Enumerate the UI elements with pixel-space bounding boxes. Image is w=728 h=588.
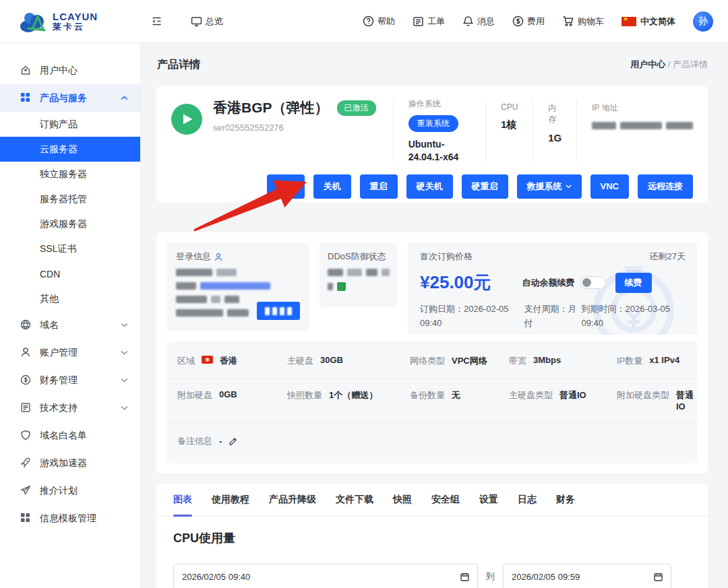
- sidebar-item-dedicated-server[interactable]: 独立服务器: [0, 162, 140, 187]
- rescue-system-button[interactable]: 救援系统: [517, 174, 582, 199]
- tab-settings[interactable]: 设置: [479, 484, 498, 516]
- sidebar-item-game-booster[interactable]: 游戏加速器: [0, 449, 140, 477]
- product-summary-card: 香港BGP（弹性） 已激活 ser025552552276 操作系统 重装系统 …: [156, 86, 708, 202]
- spec-ip-count: IP数量x1 IPv4: [617, 355, 698, 367]
- sidebar-item-account[interactable]: 账户管理: [0, 339, 140, 366]
- spec-region: 区域 ✽ 香港: [177, 355, 287, 367]
- power-status-play-icon[interactable]: [171, 104, 202, 135]
- expire-date: 到期时间：2026-03-05 09:40: [582, 302, 686, 331]
- tab-finance[interactable]: 财务: [556, 484, 575, 516]
- spec-bandwidth: 带宽3Mbps: [509, 355, 617, 367]
- sidebar-item-support[interactable]: 技术支持: [0, 394, 140, 422]
- sidebar-item-game-server[interactable]: 游戏服务器: [0, 211, 140, 236]
- sidebar-item-order-product[interactable]: 订购产品: [0, 112, 140, 137]
- cart-nav[interactable]: 购物车: [562, 15, 604, 28]
- specs-panel: 区域 ✽ 香港 主硬盘30GB 网络类型VPC网络 带宽3Mbps IP数量x1…: [166, 341, 698, 463]
- tab-tutorials[interactable]: 使用教程: [212, 484, 249, 516]
- dollar-circle-icon: [512, 15, 524, 27]
- cpu-label: CPU: [501, 102, 518, 112]
- spec-extra-disk-type: 附加硬盘类型普通IO: [617, 389, 698, 412]
- product-name: 香港BGP（弹性）: [213, 98, 329, 117]
- chevron-down-icon: [566, 185, 572, 189]
- power-on-button[interactable]: 开机: [267, 174, 305, 199]
- help-nav[interactable]: 帮助: [363, 15, 395, 28]
- hard-reboot-button[interactable]: 硬重启: [462, 174, 508, 199]
- os-name: Ubuntu-24.04.1-x64: [408, 138, 470, 164]
- sidebar-collapse-icon[interactable]: [151, 15, 162, 27]
- details-card: 登录信息 DDoS防御状态: [156, 232, 708, 473]
- overview-nav[interactable]: 总览: [191, 15, 223, 28]
- chevron-down-icon: [121, 350, 128, 355]
- notes-value: -: [219, 436, 222, 447]
- sidebar-item-cdn[interactable]: CDN: [0, 261, 140, 286]
- logo-cloud-icon: [19, 10, 49, 33]
- sidebar-item-domains[interactable]: 域名: [0, 311, 140, 339]
- sidebar-item-server-hosting[interactable]: 服务器托管: [0, 187, 140, 211]
- tab-snapshots[interactable]: 快照: [393, 484, 412, 516]
- tab-charts[interactable]: 图表: [173, 484, 192, 516]
- sidebar-item-cloud-server[interactable]: 云服务器: [0, 137, 140, 162]
- sidebar-item-ssl-cert[interactable]: SSL证书: [0, 236, 140, 261]
- pay-cycle: 支付周期：月付: [524, 302, 582, 331]
- ddos-line-redacted: [328, 269, 390, 276]
- chevron-down-icon: [121, 378, 128, 383]
- os-label: 操作系统: [408, 98, 470, 110]
- breadcrumb-root[interactable]: 用户中心: [630, 59, 665, 69]
- remote-connect-button[interactable]: 远程连接: [638, 174, 693, 199]
- date-to-input[interactable]: 2026/02/05 09:59: [503, 564, 671, 588]
- sidebar-item-finance[interactable]: 财务管理: [0, 366, 140, 394]
- tab-logs[interactable]: 日志: [518, 484, 537, 516]
- login-line-redacted: [176, 269, 300, 276]
- shield-icon: [20, 430, 32, 441]
- vnc-button[interactable]: VNC: [590, 174, 629, 199]
- hong-kong-flag-icon: ✽: [202, 356, 213, 364]
- brand-logo[interactable]: LCAYUN 莱卡云: [19, 10, 127, 33]
- ip-address-redacted: [592, 122, 693, 129]
- login-action-button-redacted[interactable]: [257, 302, 300, 320]
- sidebar-item-referral[interactable]: 推介计划: [0, 477, 140, 504]
- user-avatar[interactable]: 孙: [693, 11, 713, 32]
- login-line-redacted: [176, 282, 300, 290]
- monitor-icon: [191, 16, 202, 27]
- hard-shutdown-button[interactable]: 硬关机: [406, 174, 453, 199]
- renew-button[interactable]: 续费: [615, 273, 652, 293]
- messages-nav[interactable]: 消息: [462, 15, 495, 28]
- tab-security-group[interactable]: 安全组: [431, 484, 460, 516]
- tickets-nav[interactable]: 工单: [413, 15, 445, 28]
- reboot-button[interactable]: 重启: [360, 174, 398, 199]
- tab-bar: 图表 使用教程 产品升降级 文件下载 快照 安全组 设置 日志 财务: [156, 484, 708, 517]
- edit-pencil-icon[interactable]: [229, 437, 237, 446]
- sidebar-item-domain-whitelist[interactable]: 域名白名单: [0, 422, 140, 449]
- reinstall-os-button[interactable]: 重装系统: [408, 115, 458, 132]
- memory-value: 1G: [548, 132, 562, 143]
- spec-backup-count: 备份数量无: [410, 389, 509, 412]
- sidebar-item-other[interactable]: 其他: [0, 286, 140, 311]
- date-from-input[interactable]: 2026/02/05 09:40: [173, 564, 478, 588]
- page-title: 产品详情: [157, 58, 200, 72]
- language-label: 中文简体: [640, 15, 675, 28]
- sidebar-item-info-templates[interactable]: 信息模板管理: [0, 504, 140, 532]
- breadcrumb: 用户中心 / 产品详情: [630, 59, 708, 71]
- sidebar-item-user-center[interactable]: 用户中心: [0, 57, 140, 84]
- grid-icon: [20, 92, 32, 104]
- auto-renew-label: 自动余额续费: [522, 277, 575, 289]
- auto-renew-toggle[interactable]: [580, 276, 606, 289]
- ticket-icon: [413, 16, 424, 27]
- chevron-down-icon: [121, 405, 128, 410]
- tab-upgrade[interactable]: 产品升降级: [269, 484, 316, 516]
- yuan-circle-icon: [20, 374, 32, 386]
- language-selector[interactable]: ★ 中文简体: [621, 15, 675, 28]
- remaining-days: 还剩27天: [650, 251, 686, 263]
- home-icon: [20, 65, 32, 76]
- tab-downloads[interactable]: 文件下载: [336, 484, 373, 516]
- sidebar-item-products-services[interactable]: 产品与服务: [0, 84, 140, 112]
- ip-label: IP 地址: [592, 102, 693, 114]
- status-badge: 已激活: [337, 100, 376, 116]
- main-content: 产品详情 用户中心 / 产品详情 香港BGP（弹性） 已激活 ser025552…: [141, 43, 728, 588]
- date-range-separator: 到: [486, 570, 495, 583]
- shutdown-button[interactable]: 关机: [313, 174, 351, 199]
- billing-nav[interactable]: 费用: [512, 15, 545, 28]
- bell-icon: [462, 15, 474, 27]
- order-date: 订购日期：2026-02-05 09:40: [420, 302, 524, 331]
- sidebar: 用户中心 产品与服务 订购产品 云服务器 独立服务器 服务器托管 游戏服务器 S…: [0, 43, 141, 588]
